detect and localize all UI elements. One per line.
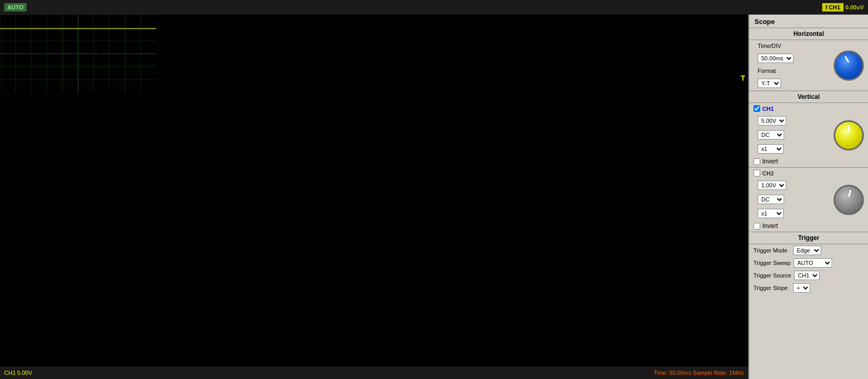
status-time: Time: 50.00ms Sample Rate: 1MHz <box>653 370 744 376</box>
main-layout: WHY NOT HERE ?? 1 T CH1 5.00V Time: 50.0… <box>0 15 868 379</box>
ch1-probe-select[interactable]: x1 x10 x100 <box>758 144 784 154</box>
right-panel: Scope Horizontal Time/DIV 50.00ms 1ms 2m… <box>748 15 868 379</box>
time-div-select-row: 50.00ms 1ms 2ms 5ms 10ms 20ms 100ms <box>753 52 834 65</box>
ch1-knob-container <box>834 118 864 153</box>
ch2-coupling-select[interactable]: DC AC GND <box>758 195 784 204</box>
scope-grid: WHY NOT HERE ?? 1 <box>0 15 156 93</box>
ch2-checkbox-row: CH2 <box>753 169 834 178</box>
horizontal-knob-container <box>834 48 864 83</box>
ch2-knob-indicator <box>848 190 852 197</box>
ch1-coupling-select[interactable]: DC AC GND <box>758 130 784 140</box>
horizontal-left-controls: Time/DIV 50.00ms 1ms 2ms 5ms 10ms 20ms 1… <box>753 41 834 90</box>
panel-title: Scope <box>749 15 868 28</box>
ch2-probe-select[interactable]: x1 x10 x100 <box>758 209 784 218</box>
ch1-invert-checkbox[interactable] <box>753 158 760 165</box>
ch1-badge: f CH1 <box>822 3 843 11</box>
ch2-voltage-row: 1.00V 0.1V 0.2V 0.5V 2.00V 5.00V 10V 20V <box>753 179 834 192</box>
trigger-sweep-row: Trigger Sweep AUTO NORMAL SINGLE <box>749 257 868 269</box>
ch1-voltage-row: 5.00V 0.1V 0.2V 0.5V 1.00V 2.00V 10V 20V <box>753 115 834 127</box>
ch1-left-controls: CH1 5.00V 0.1V 0.2V 0.5V 1.00V 2.00V 10V… <box>753 104 834 166</box>
horizontal-knob-indicator <box>845 56 850 63</box>
trigger-marker: T <box>740 74 745 82</box>
trigger-slope-select[interactable]: + - <box>793 283 810 293</box>
trigger-source-label: Trigger Source <box>753 272 791 279</box>
ch2-coupling-row: DC AC GND <box>753 193 834 206</box>
scope-area: WHY NOT HERE ?? 1 T CH1 5.00V Time: 50.0… <box>0 15 748 379</box>
ch1-invert-row: Invert <box>753 157 834 166</box>
oscilloscope-screen[interactable]: WHY NOT HERE ?? 1 T <box>0 15 748 367</box>
trigger-source-row: Trigger Source CH1 CH2 EXT <box>749 269 868 282</box>
ch1-voltage-select[interactable]: 5.00V 0.1V 0.2V 0.5V 1.00V 2.00V 10V 20V <box>758 116 786 125</box>
ch2-left-controls: CH2 1.00V 0.1V 0.2V 0.5V 2.00V 5.00V 10V… <box>753 169 834 231</box>
mode-indicator: AUTO <box>4 3 27 11</box>
ch2-probe-row: x1 x10 x100 <box>753 207 834 220</box>
trigger-slope-row: Trigger Slope + - <box>749 282 868 294</box>
status-ch1: CH1 5.00V <box>4 370 32 376</box>
ch1-knob-indicator <box>848 125 850 132</box>
ch1-label: CH1 <box>762 106 774 112</box>
ch1-coupling-row: DC AC GND <box>753 129 834 141</box>
trigger-mode-label: Trigger Mode <box>753 247 790 254</box>
ch2-invert-label: Invert <box>762 222 778 230</box>
format-label: Format <box>758 68 794 74</box>
ch2-checkbox[interactable] <box>753 170 760 176</box>
ch2-invert-row: Invert <box>753 221 834 231</box>
trigger-section-header: Trigger <box>749 232 868 244</box>
ch2-voltage-select[interactable]: 1.00V 0.1V 0.2V 0.5V 2.00V 5.00V 10V 20V <box>758 181 786 190</box>
ch2-knob-container <box>834 183 864 217</box>
trigger-mode-row: Trigger Mode Edge Pulse Video <box>749 244 868 257</box>
time-div-label: Time/DIV <box>758 43 794 49</box>
time-div-row: Time/DIV <box>753 41 834 50</box>
time-div-select[interactable]: 50.00ms 1ms 2ms 5ms 10ms 20ms 100ms <box>758 54 794 63</box>
horizontal-knob[interactable] <box>834 50 864 81</box>
vertical-section-header: Vertical <box>749 91 868 103</box>
ch2-knob[interactable] <box>834 185 864 215</box>
ch1-probe-row: x1 x10 x100 <box>753 143 834 155</box>
ch1-controls-row: CH1 5.00V 0.1V 0.2V 0.5V 1.00V 2.00V 10V… <box>749 103 868 167</box>
ch2-invert-checkbox[interactable] <box>753 223 760 230</box>
f-icon: f <box>825 5 827 10</box>
ch2-controls-row: CH2 1.00V 0.1V 0.2V 0.5V 2.00V 5.00V 10V… <box>749 168 868 232</box>
trigger-source-select[interactable]: CH1 CH2 EXT <box>794 271 820 280</box>
horizontal-controls-row: Time/DIV 50.00ms 1ms 2ms 5ms 10ms 20ms 1… <box>749 40 868 91</box>
horizontal-section-header: Horizontal <box>749 28 868 40</box>
ch1-invert-label: Invert <box>762 158 778 165</box>
ch1-label: CH1 <box>829 4 840 10</box>
format-select-row: Y-T X-Y <box>753 77 834 90</box>
format-row: Format <box>753 66 834 75</box>
status-bar: CH1 5.00V Time: 50.00ms Sample Rate: 1MH… <box>0 367 748 379</box>
ch2-label: CH2 <box>762 170 774 176</box>
ch1-checkbox[interactable] <box>753 105 760 112</box>
trigger-sweep-select[interactable]: AUTO NORMAL SINGLE <box>794 258 832 268</box>
voltage-readout: 0.00uV <box>846 4 864 10</box>
ch1-knob[interactable] <box>834 120 864 150</box>
format-select[interactable]: Y-T X-Y <box>758 79 781 88</box>
top-bar-right: f CH1 0.00uV <box>822 3 864 11</box>
trigger-mode-select[interactable]: Edge Pulse Video <box>793 246 821 255</box>
top-bar: AUTO f CH1 0.00uV <box>0 0 868 15</box>
trigger-sweep-label: Trigger Sweep <box>753 260 790 266</box>
ch1-checkbox-row: CH1 <box>753 104 834 113</box>
trigger-slope-label: Trigger Slope <box>753 285 790 291</box>
